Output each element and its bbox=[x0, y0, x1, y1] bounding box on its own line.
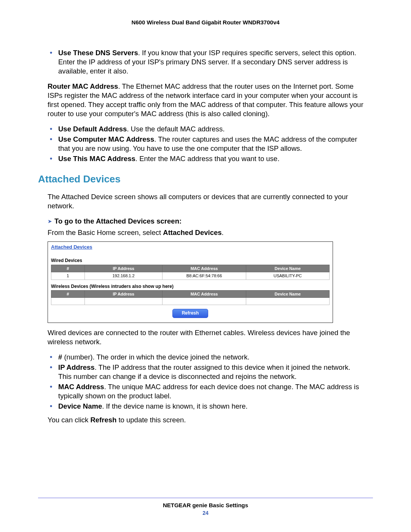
page-footer: NETGEAR genie Basic Settings 24 bbox=[38, 498, 373, 516]
wired-devices-table: # IP Address MAC Address Device Name 1 1… bbox=[51, 265, 330, 280]
mac-bullet-list: Use Default Address. Use the default MAC… bbox=[48, 125, 363, 163]
refresh-pre: You can click bbox=[48, 416, 90, 424]
field-bullet-ip: IP Address. The IP address that the rout… bbox=[48, 363, 363, 381]
bullet-text: . If the device name is known, it is sho… bbox=[102, 402, 248, 410]
section-heading-attached-devices: Attached Devices bbox=[38, 173, 363, 186]
step-instruction: From the Basic Home screen, select Attac… bbox=[48, 228, 363, 237]
section-intro: The Attached Device screen shows all com… bbox=[48, 192, 363, 211]
field-bullet-num: # (number). The order in which the devic… bbox=[48, 353, 363, 362]
screenshot-title: Attached Devices bbox=[51, 244, 330, 251]
mac-bullet-computer: Use Computer MAC Address. The router cap… bbox=[48, 135, 363, 153]
cell-num: 1 bbox=[51, 272, 85, 280]
mac-para-bold: Router MAC Address bbox=[48, 82, 118, 90]
bullet-text: (number). The order in which the device … bbox=[62, 353, 249, 361]
cell-ip: 192.168.1.2 bbox=[84, 272, 162, 280]
wired-devices-label: Wired Devices bbox=[51, 258, 330, 264]
mac-paragraph: Router MAC Address. The Ethernet MAC add… bbox=[48, 82, 363, 118]
bullet-text: . Use the default MAC address. bbox=[127, 125, 225, 133]
page-number: 24 bbox=[38, 510, 373, 516]
wireless-devices-label: Wireless Devices (Wireless intruders als… bbox=[51, 284, 330, 290]
col-header-num: # bbox=[51, 265, 85, 272]
step-heading-text: To go to the Attached Devices screen: bbox=[54, 217, 182, 225]
step-heading: ➤To go to the Attached Devices screen: bbox=[48, 217, 363, 226]
field-bullet-list: # (number). The order in which the devic… bbox=[48, 353, 363, 411]
arrow-icon: ➤ bbox=[48, 218, 52, 225]
footer-title: NETGEAR genie Basic Settings bbox=[38, 502, 373, 508]
refresh-button[interactable]: Refresh bbox=[172, 309, 209, 318]
after-screenshot-text: Wired devices are connected to the route… bbox=[48, 328, 363, 347]
bullet-bold: IP Address bbox=[58, 363, 95, 371]
dns-bullet: Use These DNS Servers. If you know that … bbox=[48, 48, 363, 76]
col-header-name: Device Name bbox=[246, 265, 329, 272]
cell-mac: B8:AC:6F:54:78:66 bbox=[162, 272, 246, 280]
bullet-bold: Use These DNS Servers bbox=[58, 49, 138, 57]
step-line-post: . bbox=[222, 228, 224, 236]
col-header-num: # bbox=[51, 291, 85, 298]
cell-name: USABILITY-PC bbox=[246, 272, 329, 280]
field-bullet-mac: MAC Address. The unique MAC address for … bbox=[48, 382, 363, 401]
col-header-mac: MAC Address bbox=[162, 291, 246, 298]
bullet-bold: # bbox=[58, 353, 62, 361]
col-header-ip: IP Address bbox=[84, 291, 162, 298]
col-header-name: Device Name bbox=[246, 291, 329, 298]
table-row bbox=[51, 298, 330, 305]
bullet-bold: Use Default Address bbox=[58, 125, 127, 133]
bullet-bold: Device Name bbox=[58, 402, 102, 410]
refresh-post: to update this screen. bbox=[116, 416, 186, 424]
refresh-instruction: You can click Refresh to update this scr… bbox=[48, 415, 363, 425]
wireless-devices-table: # IP Address MAC Address Device Name bbox=[51, 290, 330, 305]
field-bullet-name: Device Name. If the device name is known… bbox=[48, 402, 363, 411]
screenshot-attached-devices: Attached Devices Wired Devices # IP Addr… bbox=[48, 241, 333, 323]
mac-bullet-this: Use This MAC Address. Enter the MAC addr… bbox=[48, 154, 363, 163]
bullet-bold: Use This MAC Address bbox=[58, 155, 135, 163]
page-header: N600 Wireless Dual Band Gigabit Router W… bbox=[38, 19, 373, 26]
refresh-bold: Refresh bbox=[90, 416, 116, 424]
dns-bullet-list: Use These DNS Servers. If you know that … bbox=[48, 48, 363, 76]
mac-bullet-default: Use Default Address. Use the default MAC… bbox=[48, 125, 363, 134]
step-line-bold: Attached Devices bbox=[163, 228, 221, 236]
bullet-text: . The IP address that the router assigne… bbox=[58, 363, 350, 380]
table-row: 1 192.168.1.2 B8:AC:6F:54:78:66 USABILIT… bbox=[51, 272, 330, 280]
bullet-bold: Use Computer MAC Address bbox=[58, 135, 154, 143]
bullet-text: . Enter the MAC address that you want to… bbox=[135, 155, 279, 163]
bullet-bold: MAC Address bbox=[58, 383, 104, 391]
col-header-ip: IP Address bbox=[84, 265, 162, 272]
step-line-pre: From the Basic Home screen, select bbox=[48, 228, 163, 236]
col-header-mac: MAC Address bbox=[162, 265, 246, 272]
